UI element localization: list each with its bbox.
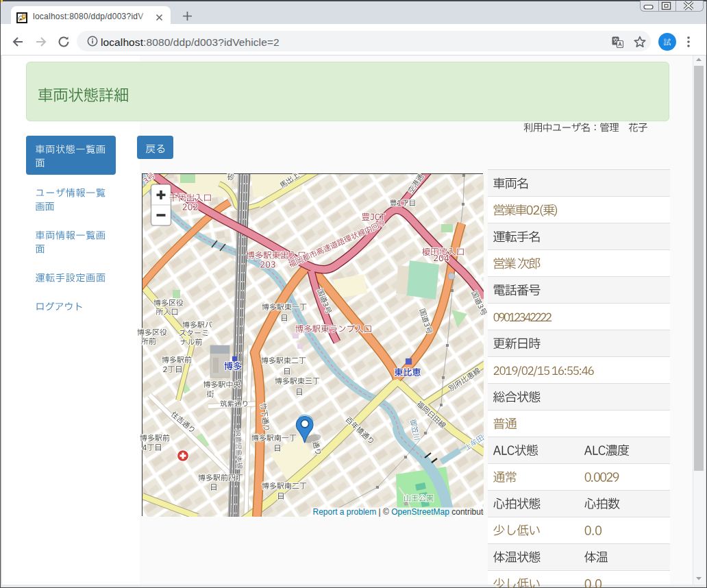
svg-text:Report a problem | © OpenStree: Report a problem | © OpenStreetMap contr…: [313, 507, 484, 517]
